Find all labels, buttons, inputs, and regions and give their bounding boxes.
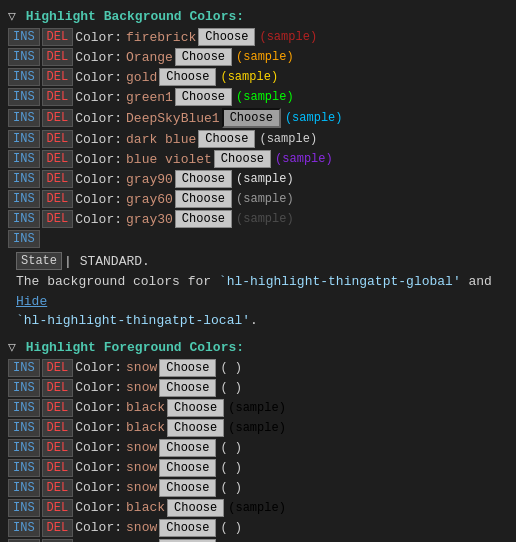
ins-button[interactable]: INS bbox=[8, 399, 40, 417]
choose-button[interactable]: Choose bbox=[159, 539, 216, 543]
sample-preview: (sample) bbox=[236, 50, 294, 64]
table-row: INS DEL Color: gray90 Choose (sample) bbox=[8, 170, 508, 188]
ins-button[interactable]: INS bbox=[8, 419, 40, 437]
choose-button[interactable]: Choose bbox=[159, 439, 216, 457]
choose-button[interactable]: Choose bbox=[159, 359, 216, 377]
sample-preview: ( ) bbox=[220, 481, 242, 495]
del-button[interactable]: DEL bbox=[42, 499, 74, 517]
ins-button[interactable]: INS bbox=[8, 210, 40, 228]
color-prefix: Color: bbox=[75, 111, 122, 126]
ins-button[interactable]: INS bbox=[8, 499, 40, 517]
choose-button[interactable]: Choose bbox=[175, 88, 232, 106]
table-row: INS DEL Color: gray30 Choose (sample) bbox=[8, 210, 508, 228]
desc-code1: `hl-highlight-thingatpt-global' bbox=[219, 274, 461, 289]
choose-button[interactable]: Choose bbox=[214, 150, 271, 168]
ins-button[interactable]: INS bbox=[8, 519, 40, 537]
table-row: INS DEL Color: firebrick Choose (sample) bbox=[8, 28, 508, 46]
del-button[interactable]: DEL bbox=[42, 459, 74, 477]
choose-button[interactable]: Choose bbox=[159, 379, 216, 397]
state-button[interactable]: State bbox=[16, 252, 62, 270]
choose-button[interactable]: Choose bbox=[175, 48, 232, 66]
color-value: blue violet bbox=[126, 152, 212, 167]
table-row: INS DEL Color: gold Choose (sample) bbox=[8, 68, 508, 86]
choose-button[interactable]: Choose bbox=[167, 399, 224, 417]
choose-button[interactable]: Choose bbox=[167, 419, 224, 437]
del-button[interactable]: DEL bbox=[42, 479, 74, 497]
table-row: INS DEL Color: green1 Choose (sample) bbox=[8, 88, 508, 106]
choose-button[interactable]: Choose bbox=[175, 190, 232, 208]
color-value: snow bbox=[126, 460, 157, 475]
del-button[interactable]: DEL bbox=[42, 109, 74, 127]
del-button[interactable]: DEL bbox=[42, 399, 74, 417]
color-prefix: Color: bbox=[75, 212, 122, 227]
desc-end: . bbox=[250, 313, 258, 328]
sample-preview: (sample) bbox=[275, 152, 333, 166]
color-prefix: Color: bbox=[75, 50, 122, 65]
del-button[interactable]: DEL bbox=[42, 539, 74, 543]
desc-code2: `hl-highlight-thingatpt-local' bbox=[16, 313, 250, 328]
table-row: INS DEL Color: dark blue Choose (sample) bbox=[8, 130, 508, 148]
del-button[interactable]: DEL bbox=[42, 210, 74, 228]
ins-button[interactable]: INS bbox=[8, 379, 40, 397]
color-value: firebrick bbox=[126, 30, 196, 45]
color-value: snow bbox=[126, 380, 157, 395]
ins-button[interactable]: INS bbox=[8, 68, 40, 86]
sample-preview: ( ) bbox=[220, 441, 242, 455]
del-button[interactable]: DEL bbox=[42, 519, 74, 537]
ins-button[interactable]: INS bbox=[8, 28, 40, 46]
sample-preview: (sample) bbox=[285, 111, 343, 125]
ins-button[interactable]: INS bbox=[8, 439, 40, 457]
choose-button[interactable]: Choose bbox=[159, 519, 216, 537]
fg-colors-section: ▽ Highlight Foreground Colors: INS DEL C… bbox=[8, 339, 508, 543]
ins-button[interactable]: INS bbox=[8, 190, 40, 208]
del-button[interactable]: DEL bbox=[42, 68, 74, 86]
ins-button[interactable]: INS bbox=[8, 109, 40, 127]
choose-button[interactable]: Choose bbox=[159, 479, 216, 497]
del-button[interactable]: DEL bbox=[42, 439, 74, 457]
table-row: INS DEL Color: DeepSkyBlue1 Choose (samp… bbox=[8, 108, 508, 128]
ins-button[interactable]: INS bbox=[8, 130, 40, 148]
del-button[interactable]: DEL bbox=[42, 150, 74, 168]
color-value: snow bbox=[126, 360, 157, 375]
sample-preview: ( ) bbox=[220, 361, 242, 375]
choose-button[interactable]: Choose bbox=[159, 68, 216, 86]
color-prefix: Color: bbox=[75, 70, 122, 85]
table-row: INS DEL Color: snow Choose ( ) bbox=[8, 439, 508, 457]
hide-link[interactable]: Hide bbox=[16, 294, 47, 309]
choose-button[interactable]: Choose bbox=[175, 210, 232, 228]
color-value: black bbox=[126, 420, 165, 435]
table-row: INS DEL Color: snow Choose ( ) bbox=[8, 479, 508, 497]
choose-button[interactable]: Choose bbox=[198, 28, 255, 46]
ins-button[interactable]: INS bbox=[8, 150, 40, 168]
ins-button[interactable]: INS bbox=[8, 359, 40, 377]
color-prefix: Color: bbox=[75, 132, 122, 147]
table-row: INS DEL Color: snow Choose ( ) bbox=[8, 359, 508, 377]
del-button[interactable]: DEL bbox=[42, 170, 74, 188]
del-button[interactable]: DEL bbox=[42, 419, 74, 437]
del-button[interactable]: DEL bbox=[42, 28, 74, 46]
del-button[interactable]: DEL bbox=[42, 130, 74, 148]
sample-preview: ( ) bbox=[220, 461, 242, 475]
ins-button[interactable]: INS bbox=[8, 230, 40, 248]
ins-button[interactable]: INS bbox=[8, 479, 40, 497]
ins-button[interactable]: INS bbox=[8, 48, 40, 66]
color-prefix: Color: bbox=[75, 460, 122, 475]
ins-button[interactable]: INS bbox=[8, 539, 40, 543]
bg-triangle-icon: ▽ bbox=[8, 9, 16, 24]
del-button[interactable]: DEL bbox=[42, 88, 74, 106]
choose-button[interactable]: Choose bbox=[175, 170, 232, 188]
ins-button[interactable]: INS bbox=[8, 170, 40, 188]
choose-button[interactable]: Choose bbox=[159, 459, 216, 477]
del-button[interactable]: DEL bbox=[42, 359, 74, 377]
del-button[interactable]: DEL bbox=[42, 48, 74, 66]
del-button[interactable]: DEL bbox=[42, 190, 74, 208]
del-button[interactable]: DEL bbox=[42, 379, 74, 397]
sample-preview: (sample) bbox=[236, 90, 294, 104]
color-prefix: Color: bbox=[75, 520, 122, 535]
ins-button[interactable]: INS bbox=[8, 88, 40, 106]
table-row: INS DEL Color: black Choose (sample) bbox=[8, 499, 508, 517]
choose-button[interactable]: Choose bbox=[167, 499, 224, 517]
ins-button[interactable]: INS bbox=[8, 459, 40, 477]
choose-button[interactable]: Choose bbox=[222, 108, 281, 128]
choose-button[interactable]: Choose bbox=[198, 130, 255, 148]
